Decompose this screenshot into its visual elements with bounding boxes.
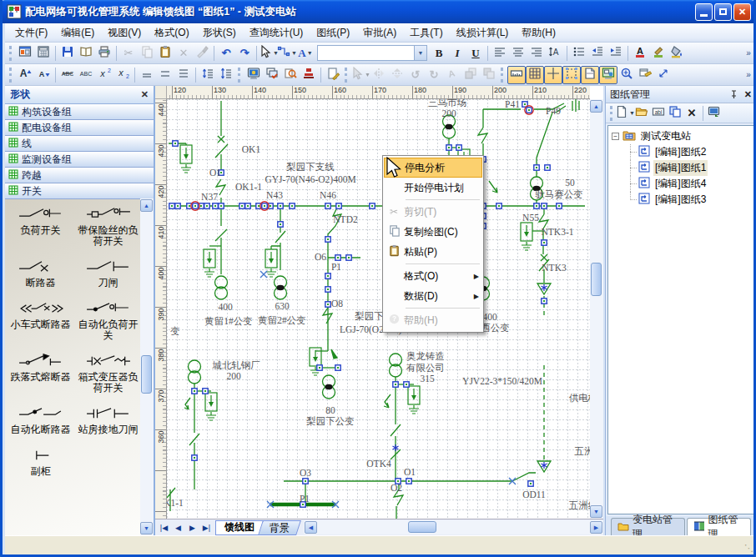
open-drawing-button[interactable] bbox=[633, 105, 650, 122]
align-left-button[interactable] bbox=[491, 44, 509, 63]
rename-drawing-button[interactable]: abl bbox=[650, 105, 667, 122]
shape-group-distribution[interactable]: 配电设备组 bbox=[5, 120, 154, 136]
edit-note-button[interactable] bbox=[324, 66, 342, 84]
flip-vertical-button[interactable] bbox=[388, 66, 406, 84]
cut-button[interactable]: ✂ bbox=[119, 44, 138, 63]
tree-item-drawing-1[interactable]: [编辑]图纸2 bbox=[610, 144, 752, 160]
shape-item-sw-auto-load[interactable]: 自动化负荷开关 bbox=[74, 300, 142, 341]
nav-last-icon[interactable]: ▶| bbox=[200, 521, 213, 534]
toolbar-overflow-icon[interactable]: » bbox=[743, 66, 754, 84]
menu-edit[interactable]: 编辑(E) bbox=[54, 23, 101, 43]
nav-prev-icon[interactable]: ◀ bbox=[172, 521, 184, 534]
tab-drawing-manage[interactable]: 图纸管理 bbox=[687, 518, 751, 535]
ctx-data[interactable]: 数据(D)▶ bbox=[384, 286, 482, 306]
ctx-start-outage-plan[interactable]: 开始停电计划 bbox=[384, 178, 482, 198]
menu-drawing[interactable]: 图纸(P) bbox=[310, 23, 356, 43]
toolbar-grip[interactable] bbox=[9, 68, 13, 83]
menu-help[interactable]: 帮助(H) bbox=[515, 23, 562, 43]
tree-root-substation[interactable]: −测试变电站 bbox=[610, 128, 752, 144]
ctx-help[interactable]: ?帮助(H) bbox=[384, 310, 482, 330]
toolbar-grip[interactable] bbox=[610, 106, 614, 121]
font-smaller-button[interactable]: A bbox=[34, 66, 53, 84]
delete-drawing-button[interactable]: ✕ bbox=[683, 105, 700, 122]
strikethrough-button[interactable]: ABC bbox=[58, 66, 77, 84]
ctx-cut[interactable]: ✂剪切(T) bbox=[384, 202, 482, 222]
minimize-button[interactable] bbox=[695, 3, 713, 21]
shape-item-sw-breaker[interactable]: 断路器 bbox=[7, 258, 74, 289]
rotate-left-button[interactable]: ↺ bbox=[406, 66, 425, 84]
text-tool-button[interactable]: A▼ bbox=[296, 44, 315, 63]
bullets-button[interactable] bbox=[570, 44, 588, 63]
page-setup-button[interactable] bbox=[581, 66, 599, 84]
pan-window-button[interactable] bbox=[599, 66, 617, 84]
guides-toggle-button[interactable] bbox=[544, 66, 562, 84]
menu-tools[interactable]: 工具(T) bbox=[403, 23, 449, 43]
connector-tool-button[interactable]: ▼ bbox=[278, 44, 296, 63]
smallcaps-button[interactable]: ABC bbox=[77, 66, 95, 84]
superscript-button[interactable]: x2 bbox=[95, 66, 113, 84]
line-spacing-wide-button[interactable] bbox=[174, 66, 193, 84]
ctx-paste[interactable]: 粘贴(P) bbox=[384, 242, 482, 262]
shapes-scroll-down-icon[interactable]: ▼ bbox=[140, 522, 153, 534]
shape-item-sw-load[interactable]: 负荷开关 bbox=[7, 206, 74, 247]
pointer-tool-button[interactable]: ▼ bbox=[260, 44, 278, 63]
shape-item-sw-ground-knife[interactable]: 站房接地刀闸 bbox=[74, 405, 142, 435]
shape-item-sw-knife[interactable]: 刀闸 bbox=[74, 258, 142, 289]
undo-button[interactable]: ↶ bbox=[217, 44, 235, 63]
redo-button[interactable]: ↷ bbox=[235, 44, 254, 63]
shape-group-monitor[interactable]: 监测设备组 bbox=[5, 152, 154, 168]
nav-next-icon[interactable]: ▶ bbox=[186, 521, 199, 534]
shape-item-sw-dropout-fuse[interactable]: 跌落式熔断器 bbox=[7, 353, 74, 394]
flip-horizontal-button[interactable] bbox=[370, 66, 388, 84]
toolbar-grip[interactable] bbox=[345, 68, 349, 83]
resize-grip[interactable]: ⋱ bbox=[744, 543, 754, 553]
shapes-scroll-thumb[interactable] bbox=[141, 355, 152, 394]
stamp-approve-button[interactable] bbox=[300, 66, 318, 84]
position-size-button[interactable]: ▼ bbox=[351, 66, 370, 84]
toolbar-grip[interactable] bbox=[238, 68, 242, 83]
space-decrease-button[interactable] bbox=[217, 66, 235, 84]
toolbar-overflow-icon[interactable]: » bbox=[743, 44, 754, 63]
copy-button[interactable] bbox=[138, 44, 156, 63]
shapes-scrollbar[interactable]: ▲ ▼ bbox=[140, 198, 154, 535]
save-button[interactable] bbox=[58, 44, 77, 63]
grid-toggle-button[interactable] bbox=[526, 66, 544, 84]
canvas-vscrollbar[interactable]: ▲ ▼ bbox=[590, 99, 603, 519]
canvas-hscrollbar[interactable]: ◀▶ bbox=[304, 520, 603, 534]
connector-points-button[interactable] bbox=[654, 66, 673, 84]
line-spacing-tight-button[interactable] bbox=[138, 66, 156, 84]
canvas[interactable]: 三鸟市场200P41P49OK1O1OK1-1梨园下支线GYJ-70(N46-O… bbox=[167, 99, 590, 519]
toolbar-grip[interactable] bbox=[9, 46, 13, 61]
toolbar-grip[interactable] bbox=[501, 68, 505, 83]
rotate-right-button[interactable]: ↻ bbox=[425, 66, 443, 84]
italic-button[interactable]: I bbox=[448, 44, 466, 63]
font-larger-button[interactable]: A bbox=[16, 66, 34, 84]
ctx-format[interactable]: 格式(O)▶ bbox=[384, 266, 482, 286]
line-color-button[interactable] bbox=[649, 44, 668, 63]
line-spacing-medium-button[interactable] bbox=[156, 66, 174, 84]
shape-group-structure[interactable]: 构筑设备组 bbox=[5, 104, 154, 120]
canvas-scroll-down-icon[interactable]: ▼ bbox=[590, 505, 602, 518]
print-button[interactable] bbox=[95, 44, 113, 63]
title-bar[interactable]: 配电网络可视化管理系统 编辑馈线图 “图纸1” - 测试变电站 ✕ bbox=[0, 0, 756, 23]
bold-button[interactable]: B bbox=[430, 44, 448, 63]
shape-item-sw-box-transformer[interactable]: 箱式变压器负荷开关 bbox=[74, 353, 142, 394]
shape-group-crossing[interactable]: 跨越 bbox=[5, 168, 154, 183]
view-drawing-button[interactable] bbox=[706, 105, 723, 122]
shape-group-switch[interactable]: 开关 bbox=[5, 183, 154, 199]
menu-file[interactable]: 文件(F) bbox=[8, 23, 54, 43]
ruler-toggle-button[interactable] bbox=[507, 66, 526, 84]
drawing-panel-close-icon[interactable]: ✕ bbox=[744, 89, 752, 100]
font-combo[interactable]: ▼ bbox=[317, 45, 427, 61]
tree-item-drawing-4[interactable]: [编辑]图纸3 bbox=[610, 192, 752, 208]
paste-button[interactable] bbox=[156, 44, 174, 63]
canvas-hscroll-thumb[interactable] bbox=[408, 521, 436, 533]
shapes-scroll-up-icon[interactable]: ▲ bbox=[140, 199, 153, 212]
new-drawing-button[interactable]: ▼ bbox=[617, 105, 633, 122]
pin-icon[interactable] bbox=[729, 90, 738, 99]
menu-view[interactable]: 视图(V) bbox=[101, 23, 148, 43]
menu-approve[interactable]: 审批(A) bbox=[356, 23, 403, 43]
canvas-scroll-up-icon[interactable]: ▲ bbox=[590, 100, 602, 113]
bring-front-button[interactable] bbox=[461, 66, 480, 84]
select-mode-button[interactable] bbox=[562, 66, 581, 84]
